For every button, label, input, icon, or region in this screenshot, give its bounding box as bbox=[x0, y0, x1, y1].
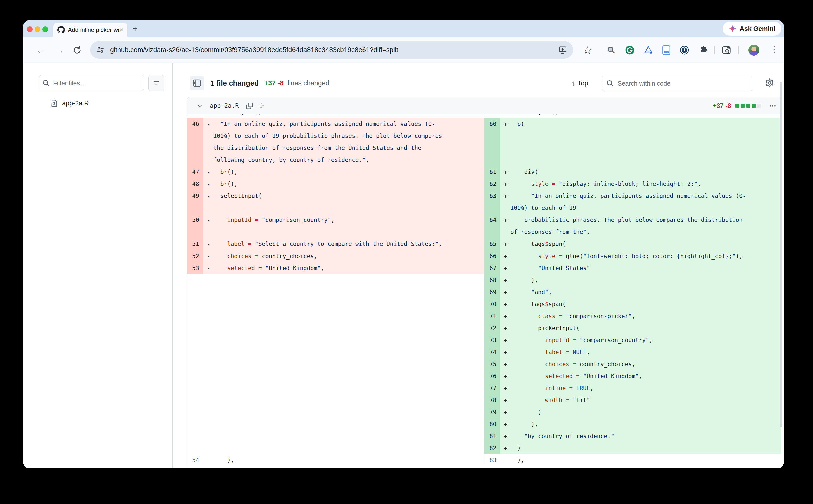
line-number[interactable]: 48 bbox=[187, 178, 203, 190]
copy-path-icon[interactable] bbox=[246, 103, 253, 109]
line-number[interactable]: 65 bbox=[484, 238, 500, 250]
site-settings-icon[interactable] bbox=[96, 46, 105, 54]
code-text: probabilistic phrases. The plot below co… bbox=[510, 214, 781, 226]
diff-settings-gear-icon[interactable] bbox=[765, 78, 774, 88]
axe-extension-icon[interactable]: ax bbox=[643, 45, 653, 55]
line-number[interactable]: 74 bbox=[484, 346, 500, 358]
line-number-empty bbox=[187, 202, 203, 214]
file-options-kebab-icon[interactable] bbox=[769, 102, 776, 110]
line-number[interactable]: 78 bbox=[484, 394, 500, 406]
bookmark-star-icon[interactable]: ☆ bbox=[583, 37, 592, 63]
diff-marker: + bbox=[500, 178, 510, 190]
diff-main: 1 file changed +37 -8 lines changed ↑ To… bbox=[173, 63, 784, 468]
line-number[interactable]: 61 bbox=[484, 166, 500, 178]
diff-line-left: 54 ), bbox=[187, 454, 484, 466]
diff-scrollbar[interactable] bbox=[780, 82, 782, 427]
line-number[interactable]: 72 bbox=[484, 322, 500, 334]
code-search-box[interactable] bbox=[602, 76, 752, 91]
line-number[interactable]: 47 bbox=[187, 166, 203, 178]
url-text[interactable]: github.com/vizdata-s26/ae-13/commit/03f9… bbox=[110, 46, 558, 54]
macos-minimize-button[interactable] bbox=[35, 26, 40, 32]
code-text: ) bbox=[510, 406, 781, 418]
line-number[interactable]: 54 bbox=[187, 454, 203, 466]
detective-extension-icon[interactable] bbox=[606, 45, 616, 55]
line-number[interactable]: 66 bbox=[484, 250, 500, 262]
line-number[interactable]: 50 bbox=[187, 214, 203, 226]
file-tree-item[interactable]: app-2a.R bbox=[23, 96, 172, 110]
diff-marker bbox=[203, 358, 213, 370]
github-favicon-icon bbox=[57, 26, 65, 34]
address-bar[interactable]: github.com/vizdata-s26/ae-13/commit/03f9… bbox=[90, 41, 573, 59]
line-number[interactable]: 51 bbox=[187, 238, 203, 250]
line-number[interactable]: 81 bbox=[484, 430, 500, 442]
ask-gemini-button[interactable]: Ask Gemini bbox=[723, 22, 781, 36]
forward-icon[interactable]: → bbox=[55, 37, 64, 63]
line-number-empty bbox=[187, 226, 203, 238]
diff-row: 53- selected = "United Kingdom",67+ "Uni… bbox=[187, 262, 781, 274]
line-number[interactable]: 46 bbox=[187, 118, 203, 130]
tab-search-icon[interactable] bbox=[721, 45, 731, 55]
line-number[interactable]: 60 bbox=[484, 118, 500, 130]
code-text bbox=[510, 130, 781, 142]
line-number[interactable]: 77 bbox=[484, 382, 500, 394]
line-number[interactable]: 62 bbox=[484, 178, 500, 190]
docs-extension-icon[interactable] bbox=[661, 45, 671, 55]
line-number[interactable]: 83 bbox=[484, 454, 500, 466]
install-app-icon[interactable] bbox=[558, 45, 567, 54]
onepassword-extension-icon[interactable] bbox=[679, 45, 689, 55]
chevron-down-icon[interactable] bbox=[197, 103, 203, 109]
line-number[interactable]: 53 bbox=[187, 262, 203, 274]
diff-marker bbox=[203, 130, 213, 142]
line-number-empty bbox=[187, 370, 203, 382]
line-number[interactable]: 49 bbox=[187, 190, 203, 202]
macos-close-button[interactable] bbox=[27, 26, 33, 32]
diff-line-right: 76+ selected = "United Kingdom", bbox=[484, 370, 781, 382]
line-number[interactable]: 52 bbox=[187, 250, 203, 262]
diff-line-left bbox=[187, 226, 484, 238]
filter-files-input[interactable] bbox=[53, 79, 140, 87]
line-number[interactable]: 69 bbox=[484, 286, 500, 298]
diff-marker bbox=[203, 310, 213, 322]
diff-line-right bbox=[484, 130, 781, 142]
line-number[interactable]: 76 bbox=[484, 370, 500, 382]
filter-button[interactable] bbox=[148, 75, 164, 91]
line-number-empty bbox=[484, 114, 500, 118]
diff-line-left: 49- selectInput( bbox=[187, 190, 484, 202]
extensions-puzzle-icon[interactable] bbox=[699, 45, 709, 55]
line-number[interactable]: 75 bbox=[484, 358, 500, 370]
browser-tab[interactable]: Add inline picker with styling × bbox=[53, 23, 127, 37]
line-number[interactable]: 73 bbox=[484, 334, 500, 346]
macos-zoom-button[interactable] bbox=[42, 26, 48, 32]
line-number[interactable]: 80 bbox=[484, 418, 500, 430]
code-text: 100%) to each of 19 probabilistic phrase… bbox=[213, 130, 484, 142]
tab-close-icon[interactable]: × bbox=[119, 27, 124, 33]
back-icon[interactable]: ← bbox=[36, 37, 46, 63]
line-number[interactable]: 63 bbox=[484, 190, 500, 202]
line-number[interactable]: 68 bbox=[484, 274, 500, 286]
diff-line-right: 65+ tags$span( bbox=[484, 238, 781, 250]
drag-grip-icon[interactable] bbox=[258, 103, 264, 109]
line-number-empty bbox=[187, 274, 203, 286]
diff-marker bbox=[203, 394, 213, 406]
grammarly-extension-icon[interactable] bbox=[625, 45, 635, 55]
line-number[interactable]: 67 bbox=[484, 262, 500, 274]
line-number[interactable]: 71 bbox=[484, 310, 500, 322]
diff-marker: + bbox=[500, 274, 510, 286]
line-number[interactable]: 64 bbox=[484, 214, 500, 226]
reload-icon[interactable] bbox=[73, 37, 82, 63]
profile-avatar[interactable] bbox=[748, 45, 759, 56]
line-number[interactable]: 79 bbox=[484, 406, 500, 418]
diff-marker: + bbox=[500, 382, 510, 394]
new-tab-button[interactable]: + bbox=[133, 24, 138, 33]
back-to-top-link[interactable]: ↑ Top bbox=[572, 75, 588, 91]
diff-row: 50- inputId = "comparison_country",64+ p… bbox=[187, 214, 781, 226]
code-text bbox=[213, 286, 484, 298]
chrome-menu-icon[interactable]: ⋮ bbox=[770, 44, 778, 54]
diff-file-name[interactable]: app-2a.R bbox=[210, 102, 239, 109]
line-number[interactable]: 70 bbox=[484, 298, 500, 310]
diff-line-left bbox=[187, 202, 484, 214]
collapse-sidebar-button[interactable] bbox=[190, 76, 204, 90]
code-search-input[interactable] bbox=[617, 80, 748, 87]
filter-files-box[interactable] bbox=[39, 75, 144, 91]
line-number[interactable]: 82 bbox=[484, 442, 500, 454]
